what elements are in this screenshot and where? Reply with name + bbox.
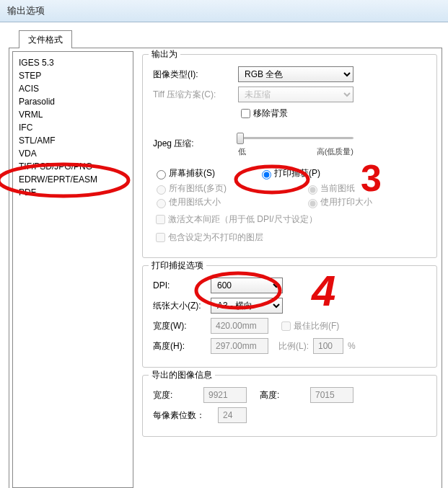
pct-label: % [348,341,356,351]
main-panel: IGES 5.3 STEP ACIS Parasolid VRML IFC ST… [9,48,442,488]
group-title: 打印捕捉选项 [149,259,206,272]
print-capture-radio[interactable]: 打印捕获(P) [258,167,320,179]
include-hidden-checkbox: 包含设定为不打印的图层 [153,231,263,244]
export-height-label: 高度: [260,389,310,402]
all-sheets-label: 所有图纸(多页) [169,182,227,195]
height-label: 高度(H): [153,340,211,352]
dpi-label: DPI: [153,280,211,290]
list-item[interactable]: IGES 5.3 [19,56,127,69]
group-print-options: 打印捕捉选项 DPI: 600 纸张大小(Z): A3 - 横向 宽度(W): [142,265,437,368]
paper-size-label: 纸张大小(Z): [153,300,211,312]
slider-low-label: 低 [238,146,246,157]
group-output-as: 输出为 图像类型(I): RGB 全色 Tiff 压缩方案(C): 未压缩 [142,54,437,258]
best-ratio-checkbox: 最佳比例(F) [278,319,339,333]
bpp-label: 每像素位数： [153,409,218,422]
image-type-label: 图像类型(I): [153,68,238,81]
use-sheet-size-label: 使用图纸大小 [169,196,221,208]
width-label: 宽度(W): [153,320,211,332]
format-list[interactable]: IGES 5.3 STEP ACIS Parasolid VRML IFC ST… [12,51,133,488]
list-item[interactable]: IFC [19,121,127,134]
bpp-field [218,407,247,423]
remove-bg-label: 移除背景 [253,107,288,120]
use-print-size-radio: 使用打印大小 [304,196,372,208]
list-item[interactable]: Parasolid [19,95,127,108]
activate-spacing-checkbox: 激活文本间距（用于低 DPI/尺寸设定） [153,213,317,226]
screen-capture-radio[interactable]: 屏幕捕获(S) [153,167,215,179]
current-sheet-label: 当前图纸 [320,182,355,195]
all-sheets-radio: 所有图纸(多页) [153,182,261,195]
paper-size-select[interactable]: A3 - 横向 [211,298,283,314]
jpeg-comp-label: Jpeg 压缩: [153,138,238,150]
remove-bg-checkbox[interactable]: 移除背景 [238,107,288,120]
current-sheet-radio: 当前图纸 [304,182,355,195]
ratio-field [313,338,343,354]
group-title: 输出为 [149,48,180,61]
tiff-comp-label: Tiff 压缩方案(C): [153,89,238,101]
use-print-size-label: 使用打印大小 [320,196,372,208]
tab-file-format[interactable]: 文件格式 [19,30,72,48]
export-width-label: 宽度: [153,389,203,402]
screen-capture-label: 屏幕捕获(S) [169,167,215,179]
width-field [211,318,268,334]
list-item[interactable]: PDF [19,186,127,199]
tiff-comp-select: 未压缩 [238,86,353,102]
export-width-field [203,387,247,403]
list-item[interactable]: VRML [19,108,127,121]
image-type-select[interactable]: RGB 全色 [238,66,353,82]
use-sheet-size-radio: 使用图纸大小 [153,196,261,208]
best-ratio-label: 最佳比例(F) [294,320,339,332]
group-export-info: 导出的图像信息 宽度: 高度: 每像素位数： [142,375,437,437]
jpeg-slider[interactable] [238,130,353,145]
print-capture-label: 打印捕获(P) [274,167,320,179]
export-height-field [310,387,353,403]
list-item[interactable]: VDA [19,147,127,160]
window-title: 输出选项 [0,0,448,22]
activate-spacing-label: 激活文本间距（用于低 DPI/尺寸设定） [168,213,317,226]
ratio-label: 比例(L): [278,340,309,352]
list-item[interactable]: EDRW/EPRT/EASM [19,173,127,186]
height-field [211,338,268,354]
dpi-select[interactable]: 600 [211,278,283,293]
list-item[interactable]: TIF/PSD/JPG/PNG [19,160,127,173]
list-item[interactable]: STEP [19,69,127,82]
group-title: 导出的图像信息 [149,369,215,381]
include-hidden-label: 包含设定为不打印的图层 [168,231,263,244]
list-item[interactable]: STL/AMF [19,134,127,147]
list-item[interactable]: ACIS [19,82,127,95]
slider-high-label: 高(低质量) [317,146,353,157]
